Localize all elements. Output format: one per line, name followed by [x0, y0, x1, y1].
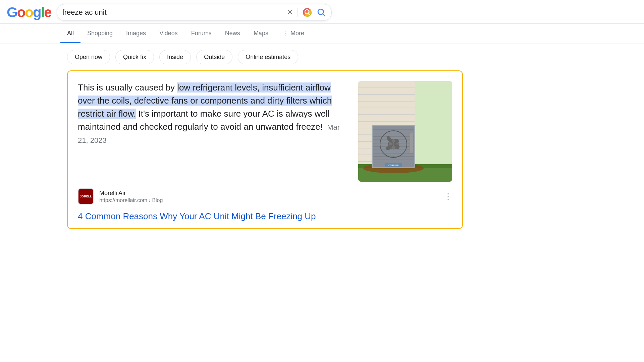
main-content: This is usually caused by low refrigeran…	[0, 70, 644, 242]
logo-g2: g	[33, 4, 41, 20]
tab-shopping[interactable]: Shopping	[80, 24, 119, 43]
filter-chips: Open now Quick fix Inside Outside Online…	[0, 44, 644, 70]
tab-news[interactable]: News	[218, 24, 247, 43]
svg-point-0	[303, 8, 312, 17]
google-logo: Google	[7, 4, 51, 20]
search-bar[interactable]: ✕	[57, 4, 332, 21]
svg-line-4	[323, 14, 325, 16]
source-info: Morelli Air https://morellair.com › Blog	[99, 190, 163, 203]
source-name: Morelli Air	[99, 190, 163, 197]
chip-quick-fix[interactable]: Quick fix	[115, 50, 154, 64]
ac-unit-svg: CARRIER	[358, 81, 452, 182]
logo-o1: o	[17, 4, 25, 20]
tab-all[interactable]: All	[60, 24, 80, 43]
tab-images[interactable]: Images	[119, 24, 153, 43]
header: Google ✕	[0, 0, 644, 24]
logo-e: e	[44, 4, 51, 20]
svg-text:CARRIER: CARRIER	[388, 164, 399, 167]
chip-inside[interactable]: Inside	[159, 50, 191, 64]
search-input[interactable]	[62, 8, 283, 17]
tab-maps[interactable]: Maps	[247, 24, 275, 43]
snippet-body: This is usually caused by low refrigeran…	[78, 81, 452, 182]
search-submit-button[interactable]	[317, 8, 326, 17]
chip-open-now[interactable]: Open now	[67, 50, 110, 64]
search-bar-icons: ✕	[287, 8, 326, 17]
snippet-image: CARRIER	[358, 81, 452, 182]
nav-tabs: All Shopping Images Videos Forums News M…	[0, 24, 644, 44]
lens-icon	[303, 8, 312, 17]
logo-g: G	[7, 4, 17, 20]
logo-o2: o	[25, 4, 33, 20]
tab-videos[interactable]: Videos	[153, 24, 184, 43]
logo-l: l	[41, 4, 44, 20]
source-url: https://morellair.com › Blog	[99, 197, 163, 203]
tab-more[interactable]: ⋮ More	[275, 24, 311, 44]
clear-icon: ✕	[287, 8, 293, 17]
snippet-text-before: This is usually caused by	[78, 82, 177, 93]
snippet-source: JORELL Morelli Air https://morellair.com…	[78, 182, 452, 211]
divider	[298, 8, 298, 17]
tab-more-label: More	[290, 30, 304, 37]
more-dots-icon: ⋮	[282, 29, 288, 37]
tab-forums[interactable]: Forums	[184, 24, 218, 43]
source-menu-button[interactable]: ⋮	[444, 192, 452, 201]
snippet-result-link[interactable]: 4 Common Reasons Why Your AC Unit Might …	[78, 211, 452, 228]
featured-snippet-card: This is usually caused by low refrigeran…	[67, 70, 463, 229]
lens-button[interactable]	[303, 8, 312, 17]
snippet-text: This is usually caused by low refrigeran…	[78, 81, 348, 146]
source-logo: JORELL	[78, 188, 94, 204]
svg-rect-38	[410, 133, 413, 153]
chip-outside[interactable]: Outside	[196, 50, 232, 64]
three-dots-icon: ⋮	[444, 192, 452, 201]
chip-online-estimates[interactable]: Online estimates	[238, 50, 298, 64]
search-icon	[317, 8, 326, 17]
clear-button[interactable]: ✕	[287, 8, 293, 17]
